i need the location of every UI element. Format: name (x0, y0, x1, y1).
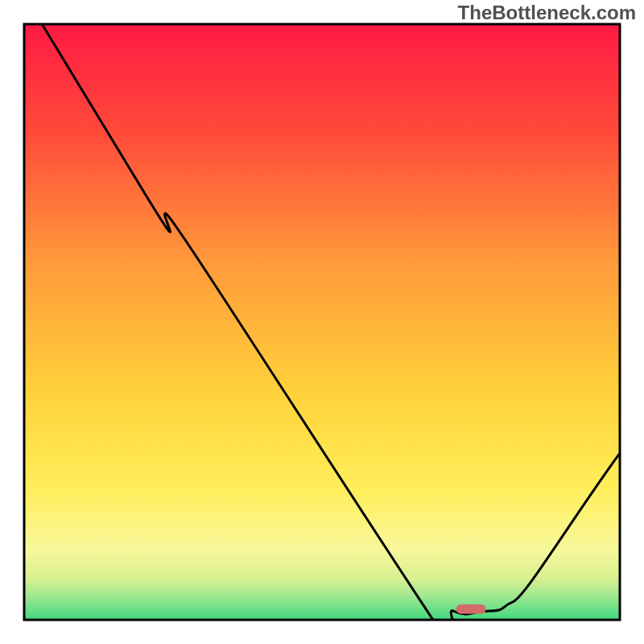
chart-container: TheBottleneck.com (0, 0, 644, 644)
optimal-marker (456, 605, 486, 614)
watermark-text: TheBottleneck.com (458, 2, 636, 24)
gradient-background (24, 24, 620, 620)
chart-svg (0, 0, 644, 644)
